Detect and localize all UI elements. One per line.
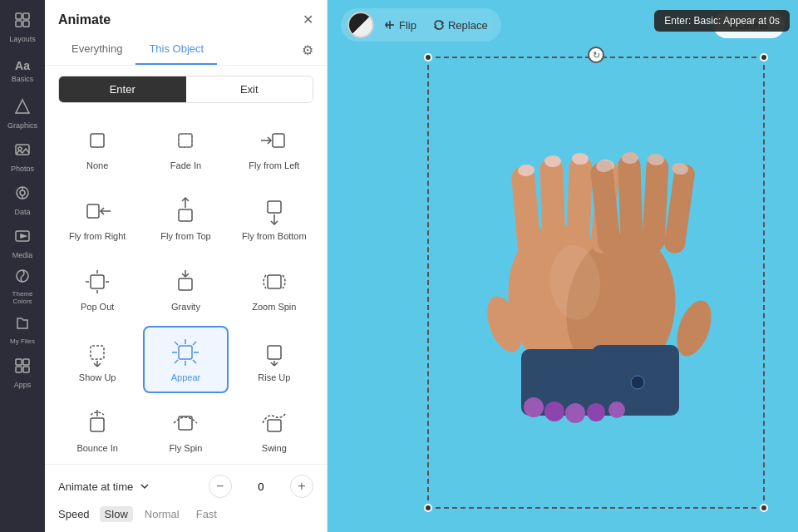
time-dropdown[interactable]	[140, 481, 150, 491]
svg-rect-56	[91, 418, 104, 431]
svg-rect-18	[91, 134, 104, 147]
anim-bounce-in[interactable]: Bounce In	[55, 397, 140, 464]
anim-zoom-spin[interactable]: Zoom Spin	[232, 254, 317, 322]
svg-rect-73	[618, 155, 643, 251]
speed-label: Speed	[58, 508, 90, 520]
time-decrease-button[interactable]: −	[209, 475, 232, 498]
sidebar-item-label: Graphics	[7, 121, 37, 130]
panel-header: Animate ✕	[45, 0, 327, 36]
svg-rect-20	[179, 134, 192, 147]
enter-exit-bar: Enter Exit	[58, 76, 313, 103]
anim-show-up-label: Show Up	[79, 372, 116, 382]
anim-fly-spin-label: Fly Spin	[170, 443, 203, 453]
svg-rect-16	[16, 367, 22, 372]
anim-fly-right-label: Fly from Right	[69, 231, 126, 241]
settings-icon[interactable]: ⚙	[302, 36, 313, 65]
svg-rect-59	[268, 420, 281, 431]
canvas-area[interactable]: Flip Replace Actions Enter: Basic: Appea…	[328, 0, 798, 532]
speed-options: Slow Normal Fast	[100, 506, 222, 522]
svg-rect-17	[23, 367, 29, 372]
svg-line-48	[175, 342, 178, 345]
sidebar-item-label: Photos	[11, 165, 34, 173]
sidebar-item-apps[interactable]: Apps	[4, 352, 41, 394]
sidebar-item-label: Media	[12, 251, 33, 259]
enter-button[interactable]: Enter	[59, 76, 186, 102]
time-value: 0	[239, 480, 283, 493]
tab-this-object[interactable]: This Object	[135, 36, 217, 65]
svg-rect-27	[268, 201, 281, 213]
sidebar-item-label: Data	[14, 208, 30, 216]
anim-fly-left[interactable]: Fly from Left	[232, 113, 317, 180]
anim-rise-up[interactable]: Rise Up	[232, 326, 317, 393]
svg-rect-52	[268, 346, 281, 359]
svg-rect-64	[566, 156, 593, 255]
svg-rect-15	[23, 359, 29, 365]
svg-rect-0	[16, 13, 22, 19]
close-button[interactable]: ✕	[303, 12, 313, 27]
sidebar-item-label: Apps	[14, 381, 32, 389]
anim-show-up[interactable]: Show Up	[55, 326, 140, 393]
sidebar-item-basics[interactable]: Aa Basics	[4, 50, 41, 91]
anim-pop-out[interactable]: Pop Out	[55, 254, 140, 322]
animation-grid: None Fade In Fly from Left	[45, 113, 327, 464]
exit-button[interactable]: Exit	[186, 76, 313, 102]
svg-rect-63	[539, 158, 566, 254]
anim-fly-bottom-label: Fly from Bottom	[242, 231, 307, 241]
anim-fly-left-label: Fly from Left	[249, 160, 299, 170]
svg-rect-3	[23, 21, 29, 27]
speed-slow[interactable]: Slow	[100, 506, 133, 522]
svg-point-83	[544, 401, 564, 421]
flip-button[interactable]: Flip	[377, 16, 423, 35]
anim-fly-bottom[interactable]: Fly from Bottom	[232, 184, 317, 251]
animate-panel: Animate ✕ Everything This Object ⚙ Enter…	[45, 0, 328, 532]
svg-point-85	[587, 403, 605, 421]
svg-point-8	[20, 190, 25, 195]
sidebar-item-data[interactable]: Data	[4, 180, 41, 221]
canvas-object	[419, 50, 773, 515]
sidebar-item-label: Theme Colors	[4, 291, 41, 306]
sidebar-item-media[interactable]: Media	[4, 223, 41, 264]
anim-fly-spin[interactable]: Fly Spin	[143, 397, 228, 464]
anim-none[interactable]: None	[55, 113, 140, 180]
time-increase-button[interactable]: +	[290, 475, 313, 498]
anim-swing[interactable]: Swing	[232, 397, 317, 464]
anim-zoom-spin-label: Zoom Spin	[252, 302, 296, 312]
sidebar-item-photos[interactable]: Photos	[4, 136, 41, 178]
svg-marker-12	[21, 234, 26, 238]
svg-rect-2	[16, 21, 22, 27]
sidebar-item-label: My Files	[10, 338, 35, 346]
svg-rect-21	[273, 134, 284, 147]
anim-fly-top[interactable]: Fly from Top	[143, 184, 228, 251]
speed-fast[interactable]: Fast	[191, 506, 222, 522]
svg-rect-14	[16, 359, 22, 365]
anim-fly-right[interactable]: Fly from Right	[55, 184, 140, 251]
anim-appear[interactable]: Appear	[143, 326, 228, 393]
svg-point-86	[608, 401, 625, 418]
svg-marker-4	[16, 100, 29, 113]
anim-none-label: None	[86, 160, 108, 170]
replace-button[interactable]: Replace	[426, 16, 495, 35]
svg-rect-25	[179, 209, 192, 221]
anim-swing-label: Swing	[262, 443, 287, 453]
left-navigation: Layouts Aa Basics Graphics Photos	[0, 0, 45, 532]
anim-bounce-in-label: Bounce In	[76, 443, 118, 453]
svg-rect-34	[179, 278, 192, 290]
sidebar-item-graphics[interactable]: Graphics	[4, 93, 41, 135]
sidebar-item-my-files[interactable]: My Files	[4, 309, 41, 351]
svg-rect-23	[87, 204, 99, 218]
speed-normal[interactable]: Normal	[140, 506, 185, 522]
flip-replace-group: Flip Replace	[341, 8, 501, 42]
anim-fade-in[interactable]: Fade In	[143, 113, 228, 180]
anim-fade-in-label: Fade In	[170, 160, 201, 170]
svg-point-87	[631, 376, 644, 389]
svg-rect-38	[268, 275, 281, 288]
sidebar-item-layouts[interactable]: Layouts	[4, 7, 41, 48]
anim-gravity[interactable]: Gravity	[143, 254, 228, 322]
anim-pop-out-label: Pop Out	[81, 302, 114, 312]
tab-everything[interactable]: Everything	[58, 36, 135, 65]
tab-bar: Everything This Object ⚙	[45, 36, 327, 66]
sidebar-item-theme-colors[interactable]: Theme Colors	[4, 266, 41, 308]
object-thumbnail	[347, 12, 374, 38]
sidebar-item-label: Layouts	[9, 35, 36, 43]
svg-point-84	[565, 403, 585, 423]
